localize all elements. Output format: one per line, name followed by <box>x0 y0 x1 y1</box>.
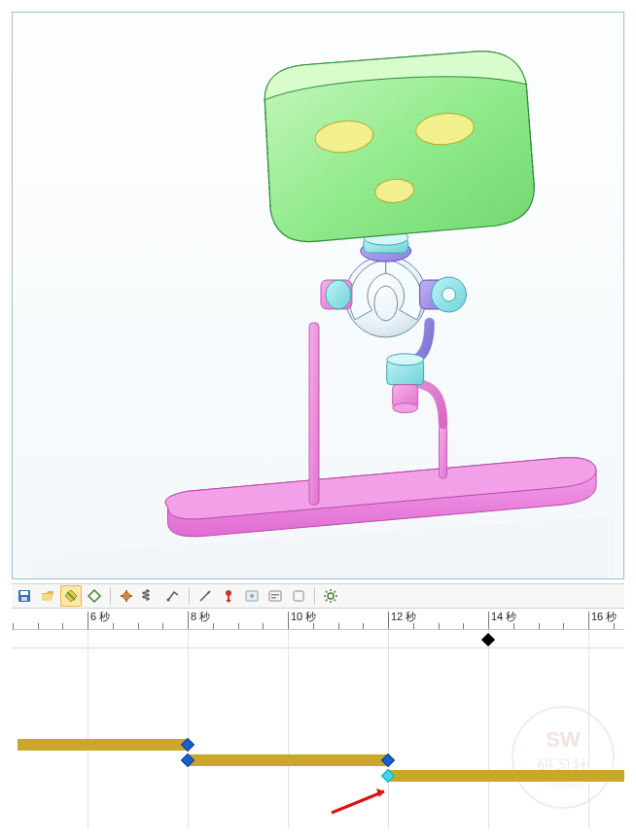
ruler-label: 8 秒 <box>191 610 210 624</box>
motor-icon[interactable] <box>116 585 137 607</box>
svg-rect-27 <box>294 591 303 601</box>
svg-point-6 <box>326 280 351 309</box>
shoulder-left <box>321 280 352 309</box>
animation-track[interactable] <box>188 754 388 766</box>
ruler-label: 16 秒 <box>591 610 617 624</box>
settings-icon[interactable] <box>320 585 341 607</box>
ruler-label: 14 秒 <box>491 610 516 624</box>
svg-point-9 <box>442 288 456 301</box>
open-icon[interactable] <box>37 585 58 607</box>
stand-right <box>440 425 447 479</box>
svg-rect-16 <box>21 597 27 601</box>
graphics-viewport[interactable] <box>12 12 624 579</box>
animation-track[interactable] <box>388 770 624 782</box>
svg-rect-25 <box>271 594 279 596</box>
save-icon[interactable] <box>14 585 35 607</box>
model-svg <box>13 13 623 578</box>
shoulder-right <box>420 277 467 312</box>
mate-ctrl-icon[interactable] <box>288 585 309 607</box>
spring-icon[interactable] <box>139 585 160 607</box>
ruler-label: 6 秒 <box>90 610 110 624</box>
head <box>265 52 534 242</box>
svg-point-20 <box>167 599 170 602</box>
svg-rect-26 <box>271 597 276 599</box>
addkey-icon[interactable] <box>84 585 105 607</box>
svg-point-28 <box>328 593 334 599</box>
svg-rect-15 <box>20 591 28 595</box>
timeline-end-key[interactable] <box>481 633 495 647</box>
svg-point-11 <box>387 354 424 366</box>
contact-icon[interactable] <box>162 585 184 607</box>
body-sphere <box>345 256 427 337</box>
ruler-label: 10 秒 <box>291 610 316 624</box>
stand-left <box>309 323 319 505</box>
ruler-label: 12 秒 <box>391 610 416 624</box>
autokey-icon[interactable] <box>60 585 82 607</box>
svg-point-23 <box>250 594 254 598</box>
animation-track[interactable] <box>18 739 188 751</box>
callout-arrow <box>330 786 398 815</box>
force-icon[interactable] <box>194 585 216 607</box>
svg-marker-18 <box>88 590 100 602</box>
motion-toolbar <box>12 583 624 609</box>
svg-point-21 <box>226 590 231 596</box>
svg-rect-24 <box>269 591 281 601</box>
cup <box>387 354 424 413</box>
ruler-track: 6 秒8 秒10 秒12 秒14 秒16 秒 <box>12 609 624 629</box>
results-icon[interactable] <box>241 585 263 607</box>
svg-point-19 <box>123 592 130 600</box>
svg-point-13 <box>393 403 418 413</box>
events-icon[interactable] <box>265 585 286 607</box>
timeline-area[interactable] <box>12 630 624 828</box>
gravity-icon[interactable] <box>218 585 239 607</box>
time-ruler[interactable]: 6 秒8 秒10 秒12 秒14 秒16 秒 <box>12 609 624 630</box>
